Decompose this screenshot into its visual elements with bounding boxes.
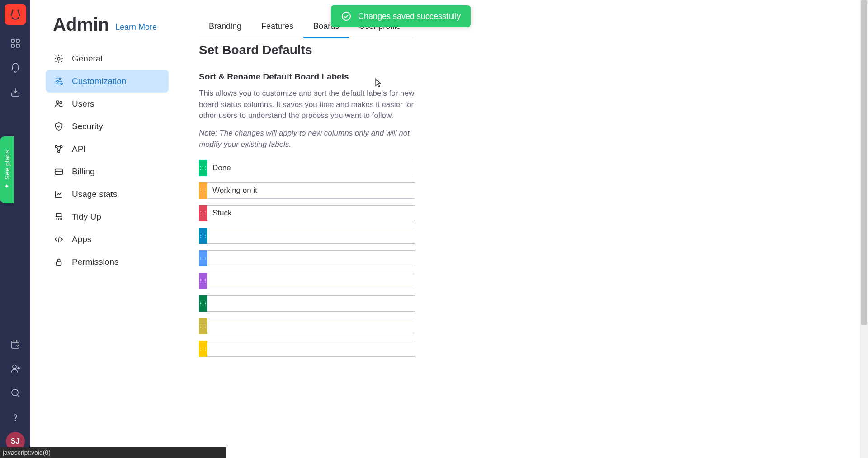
svg-point-19 <box>342 12 350 20</box>
section-note: Note: The changes will apply to new colu… <box>199 128 415 150</box>
toast-message: Changes saved successfully <box>358 12 461 21</box>
label-name-input[interactable] <box>207 295 415 312</box>
svg-point-6 <box>12 389 18 396</box>
drag-handle-icon[interactable]: ⋮⋮ <box>199 318 207 334</box>
sidebar-item-label: Security <box>72 122 103 131</box>
svg-rect-17 <box>55 169 63 175</box>
label-row: ⋮⋮ <box>199 160 415 176</box>
sidebar-item-label: API <box>72 144 86 154</box>
app-logo[interactable] <box>5 4 26 25</box>
label-row: ⋮⋮ <box>199 341 415 357</box>
label-row: ⋮⋮ <box>199 182 415 199</box>
sliders-icon <box>54 76 64 86</box>
api-icon <box>54 144 64 154</box>
svg-point-7 <box>15 420 15 421</box>
drag-handle-icon[interactable]: ⋮⋮ <box>199 182 207 199</box>
learn-more-link[interactable]: Learn More <box>115 23 157 32</box>
help-icon[interactable] <box>5 407 25 427</box>
sidebar-item-customization[interactable]: Customization <box>46 70 169 93</box>
sidebar-item-usage-stats[interactable]: Usage stats <box>46 183 169 206</box>
section-title: Sort & Rename Default Board Labels <box>199 72 415 82</box>
see-plans-button[interactable]: ✦ See plans <box>0 136 14 203</box>
shredder-icon <box>54 212 64 222</box>
sidebar-item-label: Billing <box>72 167 95 177</box>
svg-point-9 <box>59 78 61 80</box>
svg-rect-18 <box>57 262 61 265</box>
browser-status-bar: javascript:void(0) <box>0 447 226 458</box>
label-name-input[interactable] <box>207 250 415 266</box>
success-toast: Changes saved successfully <box>331 5 471 27</box>
drag-handle-icon[interactable]: ⋮⋮ <box>199 295 207 312</box>
sidebar-item-label: Users <box>72 99 94 109</box>
scrollbar-track[interactable] <box>860 0 868 458</box>
status-text: javascript:void(0) <box>3 449 51 456</box>
scrollbar-thumb[interactable] <box>861 0 867 325</box>
sidebar-item-permissions[interactable]: Permissions <box>46 251 169 273</box>
label-name-input[interactable] <box>207 205 415 221</box>
label-row: ⋮⋮ <box>199 205 415 221</box>
credit-card-icon <box>54 167 64 177</box>
sidebar-item-api[interactable]: API <box>46 138 169 160</box>
check-circle-icon <box>341 11 352 22</box>
drag-handle-icon[interactable]: ⋮⋮ <box>199 341 207 357</box>
sidebar-item-users[interactable]: Users <box>46 93 169 115</box>
label-name-input[interactable] <box>207 182 415 199</box>
shield-icon <box>54 122 64 131</box>
label-row: ⋮⋮ <box>199 250 415 266</box>
svg-rect-1 <box>16 39 19 42</box>
drag-handle-icon[interactable]: ⋮⋮ <box>199 228 207 244</box>
svg-point-5 <box>13 365 16 369</box>
lock-icon <box>54 257 64 267</box>
svg-rect-3 <box>16 44 19 47</box>
inbox-icon[interactable] <box>5 82 25 102</box>
svg-point-10 <box>57 80 58 82</box>
label-name-input[interactable] <box>207 318 415 334</box>
sidebar-item-billing[interactable]: Billing <box>46 160 169 183</box>
label-name-input[interactable] <box>207 341 415 357</box>
svg-rect-2 <box>11 44 14 47</box>
sidebar-item-general[interactable]: General <box>46 47 169 70</box>
avatar-initials: SJ <box>11 437 20 445</box>
drag-handle-icon[interactable]: ⋮⋮ <box>199 205 207 221</box>
sidebar-item-apps[interactable]: Apps <box>46 228 169 251</box>
sidebar-item-label: Tidy Up <box>72 212 101 222</box>
search-icon[interactable] <box>5 383 25 403</box>
label-row: ⋮⋮ <box>199 295 415 312</box>
sparkle-icon: ✦ <box>4 182 11 190</box>
invite-members-icon[interactable] <box>5 359 25 379</box>
settings-sidebar: General Customization Users Security API… <box>46 47 169 273</box>
section-description: This allows you to customize and sort th… <box>199 88 415 122</box>
sidebar-item-label: Apps <box>72 234 91 244</box>
label-row: ⋮⋮ <box>199 318 415 334</box>
sidebar-item-label: Customization <box>72 76 126 86</box>
panel-title: Set Board Defaults <box>199 43 415 57</box>
label-row: ⋮⋮ <box>199 273 415 289</box>
svg-point-8 <box>57 57 60 60</box>
my-work-icon[interactable] <box>5 334 25 354</box>
users-icon <box>54 99 64 109</box>
workspaces-icon[interactable] <box>5 33 25 53</box>
gear-icon <box>54 54 64 64</box>
tab-features[interactable]: Features <box>251 16 303 37</box>
drag-handle-icon[interactable]: ⋮⋮ <box>199 160 207 176</box>
label-name-input[interactable] <box>207 273 415 289</box>
label-name-input[interactable] <box>207 160 415 176</box>
board-defaults-panel: Set Board Defaults Sort & Rename Default… <box>199 43 415 357</box>
logo-icon <box>9 8 22 21</box>
sidebar-item-tidy-up[interactable]: Tidy Up <box>46 206 169 228</box>
sidebar-item-security[interactable]: Security <box>46 115 169 138</box>
svg-point-11 <box>61 83 63 85</box>
svg-point-13 <box>60 102 62 104</box>
notifications-icon[interactable] <box>5 58 25 78</box>
chart-icon <box>54 189 64 199</box>
sidebar-item-label: Usage stats <box>72 189 117 199</box>
left-rail: SJ <box>0 0 30 458</box>
drag-handle-icon[interactable]: ⋮⋮ <box>199 250 207 266</box>
see-plans-label: See plans <box>3 150 11 180</box>
label-row: ⋮⋮ <box>199 228 415 244</box>
page-title: Admin <box>53 14 109 35</box>
tab-branding[interactable]: Branding <box>199 16 251 37</box>
sidebar-item-label: Permissions <box>72 257 118 267</box>
drag-handle-icon[interactable]: ⋮⋮ <box>199 273 207 289</box>
label-name-input[interactable] <box>207 228 415 244</box>
